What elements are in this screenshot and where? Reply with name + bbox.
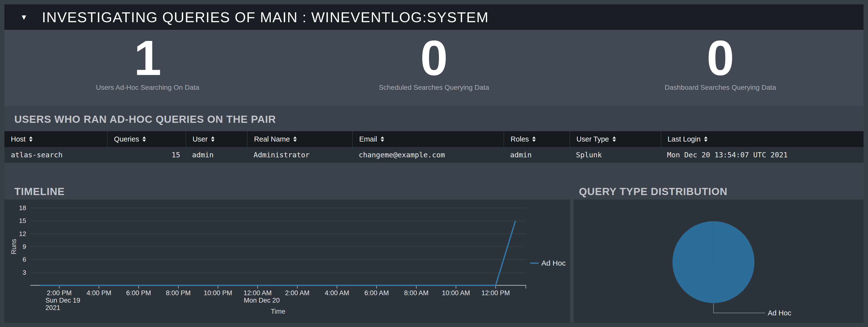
x-axis-title: Time	[271, 308, 285, 315]
x-tick-label: 4:00 AM	[324, 289, 349, 297]
x-tick-label: 6:00 PM	[126, 289, 151, 297]
x-tick-label: 10:00 PM	[204, 289, 232, 297]
cell-queries: 15	[107, 147, 186, 163]
charts-row: 369121518Runs2:00 PMSun Dec 1920214:00 P…	[4, 199, 864, 323]
y-tick-label: 15	[19, 217, 26, 224]
column-header-email[interactable]: Email	[352, 131, 504, 147]
chart-titles-row: TIMELINE QUERY TYPE DISTRIBUTION	[4, 186, 864, 198]
stat-label: Users Ad-Hoc Searching On Data	[96, 84, 199, 92]
sort-icon	[211, 136, 215, 142]
stat-value: 1	[134, 33, 161, 83]
column-header-user-type[interactable]: User Type	[569, 131, 661, 147]
y-tick-label: 3	[23, 269, 26, 276]
column-header-label: Roles	[510, 135, 529, 143]
section-title-timeline: TIMELINE	[4, 186, 570, 198]
pie-slice-label: Ad Hoc	[768, 309, 791, 317]
column-header-label: Queries	[114, 135, 139, 143]
legend-label[interactable]: Ad Hoc	[541, 259, 566, 267]
cell-host: atlas-search	[4, 147, 107, 163]
column-header-label: User Type	[577, 135, 609, 143]
stat-label: Dashboard Searches Querying Data	[664, 84, 776, 92]
dashboard-header[interactable]: ▼ INVESTIGATING QUERIES OF MAIN : WINEVE…	[4, 4, 864, 30]
users-table-header: Host Queries User Real Name Email	[4, 131, 864, 147]
y-tick-label: 12	[19, 230, 26, 237]
users-table: Host Queries User Real Name Email	[4, 131, 864, 163]
stat-dashboard-searches: 0 Dashboard Searches Querying Data	[577, 30, 864, 106]
single-value-stats-row: 1 Users Ad-Hoc Searching On Data 0 Sched…	[4, 30, 864, 106]
column-header-roles[interactable]: Roles	[504, 131, 569, 147]
y-tick-label: 6	[23, 256, 26, 263]
cell-roles: admin	[504, 147, 569, 163]
sort-icon	[613, 136, 616, 142]
sort-icon	[532, 136, 536, 142]
stat-users-adhoc: 1 Users Ad-Hoc Searching On Data	[4, 30, 291, 106]
column-header-label: User	[192, 135, 208, 143]
x-tick-label: 2:00 AM	[285, 289, 310, 297]
x-tick-label: 2:00 PM	[47, 289, 72, 297]
x-tick-sublabel: 2021	[45, 304, 60, 312]
column-header-user[interactable]: User	[186, 131, 247, 147]
x-tick-label: 12:00 AM	[243, 289, 272, 297]
column-header-real-name[interactable]: Real Name	[247, 131, 352, 147]
sort-icon	[29, 136, 33, 142]
cell-last-login: Mon Dec 20 13:54:07 UTC 2021	[661, 147, 864, 163]
stat-scheduled-searches: 0 Scheduled Searches Querying Data	[291, 30, 577, 106]
x-tick-label: 8:00 PM	[166, 289, 191, 297]
sort-icon	[381, 136, 384, 142]
column-header-label: Last Login	[668, 135, 701, 143]
stat-value: 0	[420, 33, 447, 83]
column-header-last-login[interactable]: Last Login	[661, 131, 864, 147]
y-axis-title: Runs	[10, 239, 18, 254]
series-line-ad-hoc	[39, 221, 516, 285]
dashboard-title: INVESTIGATING QUERIES OF MAIN : WINEVENT…	[42, 9, 489, 25]
section-title-users-table: USERS WHO RAN AD-HOC QUERIES ON THE PAIR	[14, 113, 864, 125]
pie-chart: Ad Hoc	[574, 199, 864, 323]
cell-user: admin	[186, 147, 247, 163]
query-type-distribution-panel: Ad Hoc	[574, 199, 864, 323]
sort-icon	[143, 136, 146, 142]
sort-icon	[293, 136, 297, 142]
collapse-caret-icon[interactable]: ▼	[20, 13, 28, 22]
dashboard-content: ▼ INVESTIGATING QUERIES OF MAIN : WINEVE…	[4, 4, 864, 323]
x-tick-label: 8:00 AM	[404, 289, 429, 297]
timeline-panel: 369121518Runs2:00 PMSun Dec 1920214:00 P…	[4, 199, 570, 323]
column-header-queries[interactable]: Queries	[107, 131, 186, 147]
cell-email: changeme@example.com	[352, 147, 504, 163]
column-header-label: Real Name	[254, 135, 290, 143]
cell-real-name: Administrator	[247, 147, 352, 163]
column-header-host[interactable]: Host	[4, 131, 107, 147]
x-tick-label: 4:00 PM	[86, 289, 111, 297]
table-row[interactable]: atlas-search 15 admin Administrator chan…	[4, 147, 864, 163]
cell-user-type: Splunk	[569, 147, 661, 163]
x-tick-label: 6:00 AM	[364, 289, 389, 297]
x-tick-label: 12:00 PM	[482, 289, 510, 297]
column-header-label: Host	[11, 135, 26, 143]
stat-label: Scheduled Searches Querying Data	[379, 84, 489, 92]
section-title-query-type-distribution: QUERY TYPE DISTRIBUTION	[574, 186, 864, 198]
column-header-label: Email	[359, 135, 377, 143]
splunk-dashboard-page: ▼ INVESTIGATING QUERIES OF MAIN : WINEVE…	[0, 0, 868, 327]
x-tick-label: 10:00 AM	[442, 289, 470, 297]
y-tick-label: 9	[23, 243, 26, 250]
sort-icon	[704, 136, 708, 142]
timeline-chart: 369121518Runs2:00 PMSun Dec 1920214:00 P…	[4, 199, 570, 323]
x-tick-sublabel: Sun Dec 19	[45, 297, 80, 304]
y-tick-label: 18	[19, 204, 26, 211]
pie-leader-line	[713, 303, 765, 313]
stat-value: 0	[707, 33, 734, 83]
x-tick-sublabel: Mon Dec 20	[244, 297, 280, 304]
